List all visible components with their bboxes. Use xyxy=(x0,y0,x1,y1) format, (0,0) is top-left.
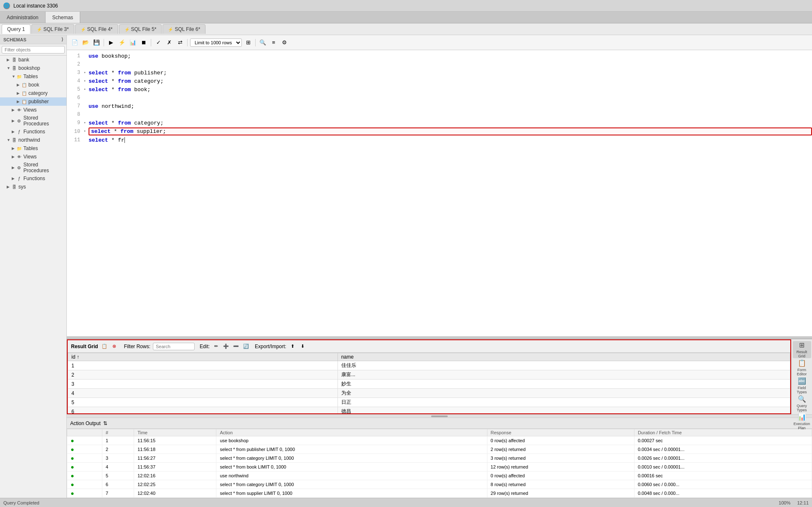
tab-schemas[interactable]: Schemas xyxy=(46,12,80,23)
execute-btn[interactable]: ▶ xyxy=(107,38,116,47)
schema-icon: 🗄 xyxy=(11,137,18,143)
col-action: Action xyxy=(216,429,487,436)
sidebar-item-sys[interactable]: ▶ 🗄 sys xyxy=(0,183,66,191)
limit-select[interactable]: Limit to 1000 rows xyxy=(190,38,242,47)
new-file-btn[interactable]: 📄 xyxy=(70,38,79,47)
arrow-icon: ▶ xyxy=(7,58,11,62)
filter-input[interactable] xyxy=(2,46,65,54)
cell-action: select * from category LIMIT 0, 1000 xyxy=(216,454,487,463)
result-search-input[interactable] xyxy=(153,343,195,350)
sidebar-item-views-northwind[interactable]: ▶ 👁 Views xyxy=(0,153,66,161)
arrow-icon: ▶ xyxy=(12,176,16,181)
line-content[interactable]: select * fr xyxy=(89,137,812,143)
cell-duration: 0.0060 sec / 0.000... xyxy=(634,480,812,489)
sidebar-item-tables-bookshop[interactable]: ▼ 📁 Tables xyxy=(0,72,66,81)
query-tab-2[interactable]: ⚡ SQL File 3* xyxy=(31,24,74,34)
sidebar-item-stored-procs-northwind[interactable]: ▶ ⚙ Stored Procedures xyxy=(0,161,66,174)
sidebar-header: SCHEMAS ⟩ xyxy=(0,35,66,44)
table-row[interactable]: 5日正 xyxy=(68,398,790,407)
result-delete-btn[interactable]: ⊗ xyxy=(111,343,118,350)
line-number: 7 xyxy=(67,103,84,109)
limit-apply-btn[interactable]: ⊞ xyxy=(244,38,253,47)
line-content[interactable]: select * from category; xyxy=(89,78,812,84)
col-id[interactable]: id ↑ xyxy=(68,353,338,361)
settings-btn[interactable]: ⚙ xyxy=(280,38,289,47)
col-name[interactable]: name xyxy=(337,353,790,361)
sidebar-item-functions-bookshop[interactable]: ▶ ƒ Functions xyxy=(0,127,66,136)
line-content[interactable]: select * from supplier; xyxy=(89,127,812,135)
action-row[interactable]: ●111:56:15use bookshop0 row(s) affected0… xyxy=(67,436,812,445)
panel-form-editor-btn[interactable]: 📋 Form Editor xyxy=(793,359,811,376)
query-tab-3[interactable]: ⚡ SQL File 4* xyxy=(75,24,118,34)
line-dot: • xyxy=(84,79,89,84)
action-row[interactable]: ●411:56:37select * from book LIMIT 0, 10… xyxy=(67,463,812,471)
save-file-btn[interactable]: 💾 xyxy=(92,38,101,47)
folder-icon: 📁 xyxy=(16,73,23,80)
table-row[interactable]: 2康富... xyxy=(68,370,790,380)
open-file-btn[interactable]: 📂 xyxy=(81,38,90,47)
sidebar-item-label: publisher xyxy=(28,99,49,104)
line-content[interactable]: use northwind; xyxy=(89,103,812,110)
edit-btn-3[interactable]: ➖ xyxy=(232,343,240,350)
line-content[interactable]: select * from publisher; xyxy=(89,70,812,76)
action-row[interactable]: ●311:56:27select * from category LIMIT 0… xyxy=(67,454,812,463)
sidebar-item-bookshop[interactable]: ▼ 🗄 bookshop xyxy=(0,64,66,72)
line-content[interactable]: select * from category; xyxy=(89,120,812,126)
sidebar-item-functions-northwind[interactable]: ▶ ƒ Functions xyxy=(0,174,66,183)
action-row[interactable]: ●211:56:18select * from publisher LIMIT … xyxy=(67,445,812,454)
export-import-label: Export/Import: xyxy=(255,344,286,349)
table-row[interactable]: 3妙生 xyxy=(68,380,790,389)
code-line: 2 xyxy=(67,60,812,69)
stop-btn[interactable]: ⏹ xyxy=(139,38,148,47)
toggle-btn[interactable]: ⇄ xyxy=(175,38,185,47)
code-line: 8 xyxy=(67,110,812,119)
commit-btn[interactable]: ✓ xyxy=(154,38,163,47)
query-tabs-row: Query 1 ⚡ SQL File 3* ⚡ SQL File 4* ⚡ SQ… xyxy=(0,23,812,35)
code-editor[interactable]: 1use bookshop;23•select * from publisher… xyxy=(67,50,812,336)
import-btn[interactable]: ⬇ xyxy=(299,343,306,350)
explain-btn[interactable]: 📊 xyxy=(128,38,137,47)
action-row[interactable]: ●612:02:25select * from category LIMIT 0… xyxy=(67,480,812,489)
sidebar-toggle-icon[interactable]: ⟩ xyxy=(61,37,63,42)
sidebar-item-publisher[interactable]: ▶ 📋 publisher xyxy=(0,97,66,106)
sidebar-item-book[interactable]: ▶ 📋 book xyxy=(0,81,66,89)
edit-btn-2[interactable]: ➕ xyxy=(222,343,230,350)
panel-field-types-btn[interactable]: 🔤 Field Types xyxy=(793,377,811,394)
form-icon: 📋 xyxy=(798,359,806,367)
action-output-label: Action Output xyxy=(70,420,101,426)
sidebar-item-category[interactable]: ▶ 📋 category xyxy=(0,89,66,97)
bolt-icon-2: ⚡ xyxy=(37,27,42,32)
sidebar-item-bank[interactable]: ▶ 🗄 bank xyxy=(0,56,66,64)
sidebar-item-tables-northwind[interactable]: ▶ 📁 Tables xyxy=(0,144,66,153)
execute-selection-btn[interactable]: ⚡ xyxy=(117,38,127,47)
format-btn[interactable]: ≡ xyxy=(269,38,278,47)
search-btn[interactable]: 🔍 xyxy=(258,38,267,47)
table-row[interactable]: 4为全 xyxy=(68,389,790,398)
sidebar-item-views-bookshop[interactable]: ▶ 👁 Views xyxy=(0,106,66,114)
export-btn[interactable]: ⬆ xyxy=(289,343,296,350)
query-tab-4[interactable]: ⚡ SQL File 5* xyxy=(119,24,162,34)
panel-result-grid-btn[interactable]: ⊞ Result Grid xyxy=(793,341,811,358)
tab-administration[interactable]: Administration xyxy=(0,12,46,23)
line-content[interactable]: use bookshop; xyxy=(89,53,812,59)
line-number: 3 xyxy=(67,70,84,76)
query-tab-1[interactable]: Query 1 xyxy=(2,24,30,34)
result-icon-1[interactable]: 📋 xyxy=(101,343,108,350)
panel-execution-plan-btn[interactable]: 📊 Execution Plan xyxy=(793,413,811,430)
horizontal-scrollbar[interactable] xyxy=(67,414,812,418)
edit-btn-1[interactable]: ✏ xyxy=(212,343,220,350)
query-tab-5[interactable]: ⚡ SQL File 6* xyxy=(162,24,206,34)
line-content[interactable]: select * from book; xyxy=(89,87,812,93)
action-row[interactable]: ●512:02:16use northwind0 row(s) affected… xyxy=(67,471,812,480)
action-row[interactable]: ●712:02:40select * from supplier LIMIT 0… xyxy=(67,489,812,498)
toolbar: 📄 📂 💾 ▶ ⚡ 📊 ⏹ ✓ ✗ ⇄ Limit to 1000 rows ⊞… xyxy=(67,35,812,50)
sidebar-item-northwind[interactable]: ▼ 🗄 northwind xyxy=(0,136,66,144)
table-row[interactable]: 6德昌 xyxy=(68,407,790,414)
rollback-btn[interactable]: ✗ xyxy=(165,38,174,47)
query-icon: 🔍 xyxy=(798,395,806,403)
table-row[interactable]: 1佳佳乐 xyxy=(68,361,790,370)
cell-time: 11:56:18 xyxy=(134,445,216,454)
edit-btn-4[interactable]: 🔄 xyxy=(242,343,250,350)
sidebar-item-stored-procs-bookshop[interactable]: ▶ ⚙ Stored Procedures xyxy=(0,114,66,127)
panel-query-types-btn[interactable]: 🔍 Query Types xyxy=(793,395,811,412)
